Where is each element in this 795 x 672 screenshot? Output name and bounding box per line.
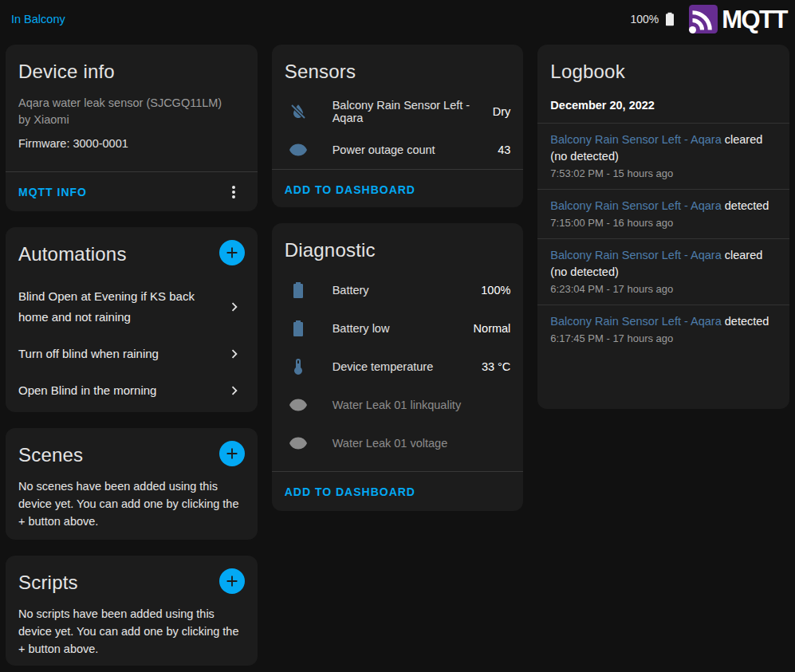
scripts-title: Scripts <box>18 570 78 595</box>
logbook-entity-link[interactable]: Balcony Rain Sensor Left - Aqara <box>550 249 721 261</box>
right-column: Logbook December 20, 2022 Balcony Rain S… <box>537 45 789 409</box>
plus-icon <box>223 244 241 261</box>
battery-percent-label: 100% <box>630 13 659 26</box>
automations-card: Automations Blind Open at Evening if KS … <box>6 227 258 412</box>
scripts-card: Scripts No scripts have been added using… <box>6 556 258 666</box>
topbar-right: 100% MQTT <box>630 5 790 33</box>
entity-name: Water Leak 01 voltage <box>321 437 498 450</box>
logbook-entity-link[interactable]: Balcony Rain Sensor Left - Aqara <box>550 199 721 212</box>
automation-label: Turn off blind when raining <box>18 344 226 364</box>
logbook-timestamp: 7:15:00 PM - 16 hours ago <box>550 217 777 229</box>
entity-value: Normal <box>474 322 511 335</box>
add-automation-button[interactable] <box>219 240 245 265</box>
entity-row[interactable]: Device temperature 33 °C <box>285 348 511 386</box>
add-to-dashboard-button[interactable]: ADD TO DASHBOARD <box>285 183 415 196</box>
chevron-right-icon <box>226 298 243 316</box>
add-script-button[interactable] <box>219 568 245 594</box>
logbook-entity-link[interactable]: Balcony Rain Sensor Left - Aqara <box>550 315 721 328</box>
logbook-date: December 20, 2022 <box>550 99 777 112</box>
logbook-card: Logbook December 20, 2022 Balcony Rain S… <box>537 45 789 409</box>
entity-name: Battery <box>321 284 469 297</box>
mqtt-info-button[interactable]: MQTT INFO <box>18 186 87 198</box>
entity-row[interactable]: Battery 100% <box>285 271 511 309</box>
scenes-empty-text: No scenes have been added using this dev… <box>18 477 245 530</box>
entity-name: Battery low <box>321 322 461 335</box>
logbook-entry: Balcony Rain Sensor Left - Aqaracleared … <box>537 123 789 189</box>
mqtt-logo-icon <box>689 5 718 33</box>
entity-name: Water Leak 01 linkquality <box>321 399 498 411</box>
plus-icon <box>223 572 241 590</box>
logbook-list: Balcony Rain Sensor Left - Aqaracleared … <box>537 123 789 354</box>
mqtt-logo: MQTT <box>689 5 790 33</box>
sensors-actions: ADD TO DASHBOARD <box>272 169 524 209</box>
automation-label: Open Blind in the morning <box>18 380 226 401</box>
logbook-entry: Balcony Rain Sensor Left - Aqaracleared … <box>537 238 789 305</box>
logbook-title: Logbook <box>550 59 777 84</box>
battery-status-chip[interactable]: 100% <box>630 11 678 27</box>
logbook-message: detected <box>725 315 769 328</box>
eye-icon <box>289 434 308 453</box>
diagnostic-actions: ADD TO DASHBOARD <box>272 471 524 511</box>
chevron-right-icon <box>226 382 243 399</box>
sensors-title: Sensors <box>285 59 511 84</box>
logbook-timestamp: 6:23:04 PM - 17 hours ago <box>550 283 777 295</box>
diagnostic-list: Battery 100% Battery low Normal <box>285 271 511 462</box>
logbook-timestamp: 6:17:45 PM - 17 hours ago <box>550 332 777 344</box>
entity-row[interactable]: Power outage count 43 <box>285 131 511 169</box>
scenes-card: Scenes No scenes have been added using t… <box>6 428 258 540</box>
scripts-content: Scripts No scripts have been added using… <box>6 556 258 672</box>
logbook-timestamp: 7:53:02 PM - 15 hours ago <box>550 167 777 179</box>
dots-vertical-icon <box>224 183 243 202</box>
scripts-empty-text: No scripts have been added using this de… <box>18 605 245 658</box>
logbook-entity-link[interactable]: Balcony Rain Sensor Left - Aqara <box>550 133 721 146</box>
device-info-actions: MQTT INFO <box>6 171 258 211</box>
automation-label: Blind Open at Evening if KS back home an… <box>18 286 226 328</box>
logbook-content: Logbook December 20, 2022 Balcony Rain S… <box>537 45 789 409</box>
automation-item[interactable]: Turn off blind when raining <box>18 336 245 372</box>
battery-icon <box>289 319 308 338</box>
device-info-content: Device info Aqara water leak sensor (SJC… <box>6 45 258 171</box>
eye-icon <box>289 395 308 415</box>
content-columns: Device info Aqara water leak sensor (SJC… <box>0 38 795 666</box>
logbook-entry: Balcony Rain Sensor Left - Aqaradetected… <box>537 305 789 354</box>
battery-icon <box>662 11 678 27</box>
middle-column: Sensors Balcony Rain Sensor Left - Aqara… <box>272 45 524 511</box>
plus-icon <box>223 445 241 462</box>
automations-list: Blind Open at Evening if KS back home an… <box>18 278 245 417</box>
entity-value: 100% <box>481 284 510 297</box>
sensors-content: Sensors Balcony Rain Sensor Left - Aqara… <box>272 45 524 169</box>
entity-name: Device temperature <box>321 360 469 373</box>
device-info-title: Device info <box>18 59 245 84</box>
automation-item[interactable]: Blind Open at Evening if KS back home an… <box>18 278 245 336</box>
entity-row[interactable]: Battery low Normal <box>285 309 511 348</box>
overflow-menu-button[interactable] <box>222 181 245 203</box>
entity-row[interactable]: Water Leak 01 voltage <box>285 424 511 462</box>
breadcrumb-area-link[interactable]: In Balcony <box>11 13 65 26</box>
entity-value: 43 <box>498 143 510 156</box>
thermometer-icon <box>289 357 308 376</box>
entity-name: Power outage count <box>321 143 486 156</box>
entity-row[interactable]: Water Leak 01 linkquality <box>285 386 511 424</box>
diagnostic-card: Diagnostic Battery 100% Battery low <box>272 223 524 511</box>
add-scene-button[interactable] <box>219 441 245 466</box>
diagnostic-title: Diagnostic <box>285 238 511 263</box>
entity-name: Balcony Rain Sensor Left - Aqara <box>321 99 480 124</box>
water-off-icon <box>289 102 308 121</box>
entity-value: 33 °C <box>482 360 510 373</box>
device-model-text: Aqara water leak sensor (SJCGQ11LM) by X… <box>18 95 234 128</box>
eye-icon <box>289 140 308 159</box>
logbook-entry: Balcony Rain Sensor Left - Aqaradetected… <box>537 189 789 238</box>
device-firmware-text: Firmware: 3000-0001 <box>18 137 245 150</box>
battery-icon <box>289 281 308 300</box>
automation-item[interactable]: Open Blind in the morning <box>18 372 245 409</box>
sensors-card: Sensors Balcony Rain Sensor Left - Aqara… <box>272 45 524 207</box>
mqtt-wordmark: MQTT <box>722 7 787 32</box>
topbar: In Balcony 100% MQTT <box>0 0 795 38</box>
automations-content: Automations Blind Open at Evening if KS … <box>6 227 258 417</box>
entity-value: Dry <box>493 105 511 118</box>
entity-row[interactable]: Balcony Rain Sensor Left - Aqara Dry <box>285 92 511 131</box>
diagnostic-content: Diagnostic Battery 100% Battery low <box>272 223 524 471</box>
add-to-dashboard-button[interactable]: ADD TO DASHBOARD <box>285 485 415 498</box>
left-column: Device info Aqara water leak sensor (SJC… <box>6 45 258 666</box>
automations-title: Automations <box>18 242 127 267</box>
